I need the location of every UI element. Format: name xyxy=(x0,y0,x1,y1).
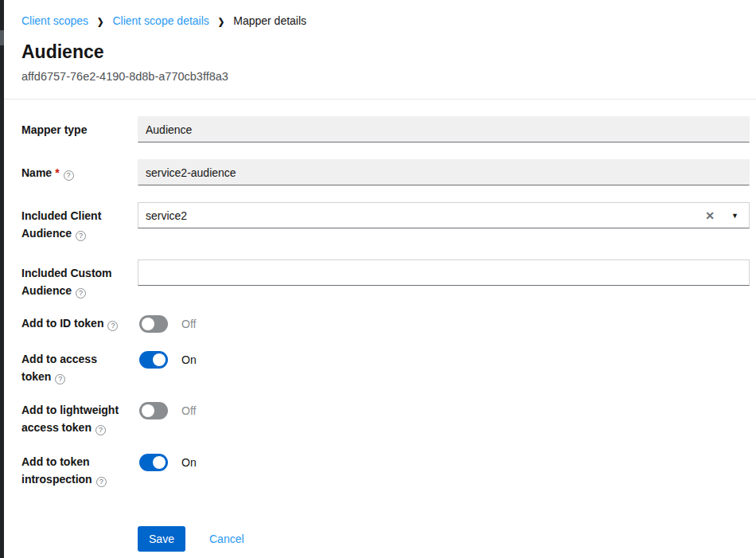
name-input xyxy=(138,159,750,185)
add-to-introspection-label: Add to token introspection? xyxy=(21,452,138,488)
page-title: Audience xyxy=(21,41,104,63)
included-client-audience-label-text: Included Client Audience xyxy=(21,209,101,240)
switch-knob xyxy=(153,456,166,469)
add-to-lightweight-control: Off xyxy=(138,400,750,436)
included-custom-audience-label: Included Custom Audience? xyxy=(21,259,138,299)
breadcrumb-client-scope-details[interactable]: Client scope details xyxy=(112,14,208,27)
mapper-type-label: Mapper type xyxy=(21,116,138,142)
form-row-add-to-introspection: Add to token introspection? On xyxy=(21,452,750,488)
add-to-introspection-switch[interactable] xyxy=(139,454,168,471)
form-row-add-to-access-token: Add to access token? On xyxy=(21,349,750,385)
help-icon[interactable]: ? xyxy=(76,288,86,299)
mapper-type-control xyxy=(138,116,750,142)
cancel-button[interactable]: Cancel xyxy=(209,533,244,545)
save-button[interactable]: Save xyxy=(138,526,185,552)
included-custom-audience-input[interactable] xyxy=(138,259,750,286)
main-content: Client scopes ❯ Client scope details ❯ M… xyxy=(4,0,756,558)
name-control xyxy=(138,159,750,185)
help-icon[interactable]: ? xyxy=(107,321,118,331)
clear-selection-icon[interactable]: ✕ xyxy=(705,210,715,221)
mapper-id: affd6757-76e2-4190-8d8b-a770cb3ff8a3 xyxy=(21,70,228,83)
included-client-audience-value: service2 xyxy=(146,209,187,222)
form-row-add-to-id-token: Add to ID token? Off xyxy=(21,314,750,333)
breadcrumb-mapper-details: Mapper details xyxy=(233,14,306,27)
name-label: Name*? xyxy=(21,159,138,185)
form-row-mapper-type: Mapper type xyxy=(21,116,750,142)
add-to-lightweight-label: Add to lightweight access token? xyxy=(21,400,138,436)
included-client-audience-select[interactable]: service2 ✕ ▼ xyxy=(138,202,750,228)
add-to-access-token-control: On xyxy=(138,349,750,385)
chevron-right-icon: ❯ xyxy=(97,16,103,26)
chevron-down-icon[interactable]: ▼ xyxy=(731,212,738,219)
mapper-type-input xyxy=(138,116,750,142)
add-to-id-token-switch[interactable] xyxy=(139,315,168,333)
included-custom-audience-label-text: Included Custom Audience xyxy=(21,267,112,297)
add-to-access-token-label: Add to access token? xyxy=(21,349,138,385)
included-client-audience-control: service2 ✕ ▼ xyxy=(138,202,750,242)
required-asterisk: * xyxy=(55,166,59,179)
included-client-audience-label: Included Client Audience? xyxy=(21,202,138,242)
help-icon[interactable]: ? xyxy=(95,425,106,435)
add-to-id-token-state: Off xyxy=(181,318,196,330)
help-icon[interactable]: ? xyxy=(64,170,74,181)
breadcrumb: Client scopes ❯ Client scope details ❯ M… xyxy=(21,14,306,27)
add-to-access-token-state: On xyxy=(181,353,197,366)
chevron-right-icon: ❯ xyxy=(218,16,224,26)
form-actions: Save Cancel xyxy=(138,526,244,552)
add-to-introspection-control: On xyxy=(138,452,750,488)
help-icon[interactable]: ? xyxy=(96,477,107,487)
included-custom-audience-control xyxy=(138,259,750,299)
add-to-lightweight-switch[interactable] xyxy=(139,402,168,419)
add-to-id-token-control: Off xyxy=(138,314,750,333)
form-row-name: Name*? xyxy=(21,159,750,185)
form-row-add-to-lightweight: Add to lightweight access token? Off xyxy=(21,400,750,436)
name-label-text: Name xyxy=(21,166,52,179)
breadcrumb-client-scopes[interactable]: Client scopes xyxy=(21,14,88,27)
add-to-access-token-switch[interactable] xyxy=(139,351,168,369)
help-icon[interactable]: ? xyxy=(76,231,86,241)
switch-knob xyxy=(142,318,154,330)
header-divider xyxy=(4,99,756,100)
form-row-included-client-audience: Included Client Audience? service2 ✕ ▼ xyxy=(21,202,750,242)
switch-knob xyxy=(142,404,154,417)
switch-knob xyxy=(153,353,166,366)
add-to-lightweight-state: Off xyxy=(181,404,196,417)
add-to-id-token-label: Add to ID token? xyxy=(21,314,138,333)
add-to-introspection-state: On xyxy=(181,456,197,469)
mapper-type-label-text: Mapper type xyxy=(21,123,87,136)
add-to-id-token-label-text: Add to ID token xyxy=(21,317,103,330)
help-icon[interactable]: ? xyxy=(55,374,65,384)
form-row-included-custom-audience: Included Custom Audience? xyxy=(21,259,750,299)
add-to-introspection-label-text: Add to token introspection xyxy=(21,455,92,486)
